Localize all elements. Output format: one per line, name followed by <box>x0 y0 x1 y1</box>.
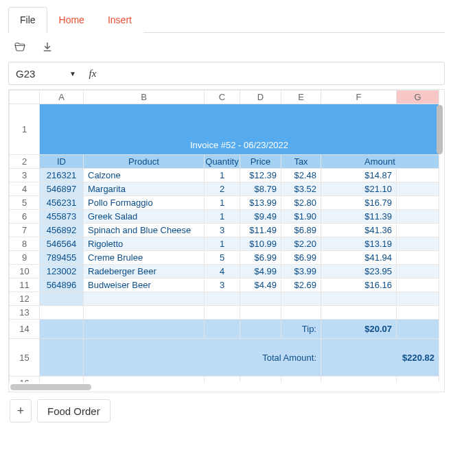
cell-qty[interactable]: 1 <box>205 169 240 182</box>
grid-scroll[interactable]: A B C D E F G 1 Invoice #52 - 06/23/2022… <box>9 90 444 382</box>
row-header-14[interactable]: 14 <box>10 320 40 339</box>
cell-price[interactable]: $8.79 <box>240 182 281 196</box>
cell-id[interactable]: 123002 <box>40 265 84 278</box>
cell-price[interactable]: $10.99 <box>240 237 281 251</box>
cell-id[interactable]: 546564 <box>40 237 84 251</box>
cell-qty[interactable]: 3 <box>205 278 240 292</box>
row-header-13[interactable]: 13 <box>10 306 40 320</box>
cell-empty[interactable] <box>321 292 397 306</box>
cell-amount[interactable]: $41.36 <box>321 224 397 237</box>
cell-id[interactable]: 456231 <box>40 196 84 210</box>
row-header-12[interactable]: 12 <box>10 292 40 306</box>
cell-empty[interactable] <box>397 292 439 306</box>
cell-price[interactable]: $9.49 <box>240 210 281 224</box>
cell-empty[interactable] <box>240 377 281 383</box>
cell-qty[interactable]: 1 <box>205 196 240 210</box>
cell-tax[interactable]: $3.99 <box>281 265 321 278</box>
cell-empty[interactable] <box>281 292 321 306</box>
cell-tax[interactable]: $2.20 <box>281 237 321 251</box>
row-header-10[interactable]: 10 <box>10 265 40 278</box>
cell-amount[interactable]: $14.87 <box>321 169 397 182</box>
cell-tax[interactable]: $6.99 <box>281 251 321 265</box>
hdr-id[interactable]: ID <box>40 155 84 169</box>
row-header-9[interactable]: 9 <box>10 251 40 265</box>
col-header-A[interactable]: A <box>40 91 84 104</box>
row-header-2[interactable]: 2 <box>10 155 40 169</box>
cell-empty[interactable] <box>205 377 240 383</box>
cell-empty[interactable] <box>281 377 321 383</box>
tip-label[interactable]: Tip: <box>281 320 321 339</box>
horizontal-scrollbar[interactable] <box>9 382 444 392</box>
cell-empty[interactable] <box>40 320 84 339</box>
hdr-price[interactable]: Price <box>240 155 281 169</box>
select-all-corner[interactable] <box>10 91 40 104</box>
cell-amount[interactable]: $23.95 <box>321 265 397 278</box>
cell-price[interactable]: $11.49 <box>240 224 281 237</box>
cell-tax[interactable]: $6.89 <box>281 224 321 237</box>
cell-qty[interactable]: 1 <box>205 237 240 251</box>
download-button[interactable] <box>40 40 55 53</box>
cell-empty[interactable] <box>397 196 439 210</box>
cell-empty[interactable] <box>397 377 439 383</box>
vertical-scrollbar-thumb[interactable] <box>437 105 443 154</box>
row-header-4[interactable]: 4 <box>10 182 40 196</box>
row-header-16[interactable]: 16 <box>10 377 40 383</box>
cell-empty[interactable] <box>240 320 281 339</box>
hdr-tax[interactable]: Tax <box>281 155 321 169</box>
cell-id[interactable]: 216321 <box>40 169 84 182</box>
cell-empty[interactable] <box>397 306 439 320</box>
cell-empty[interactable] <box>281 306 321 320</box>
cell-qty[interactable]: 1 <box>205 210 240 224</box>
cell-qty[interactable]: 4 <box>205 265 240 278</box>
cell-empty[interactable] <box>397 237 439 251</box>
cell-empty[interactable] <box>84 292 205 306</box>
cell-tax[interactable]: $3.52 <box>281 182 321 196</box>
cell-tax[interactable]: $2.48 <box>281 169 321 182</box>
cell-empty[interactable] <box>240 306 281 320</box>
col-header-E[interactable]: E <box>281 91 321 104</box>
cell-qty[interactable]: 5 <box>205 251 240 265</box>
cell-product[interactable]: Radeberger Beer <box>84 265 205 278</box>
cell-empty[interactable] <box>397 320 439 339</box>
col-header-D[interactable]: D <box>240 91 281 104</box>
cell-price[interactable]: $4.49 <box>240 278 281 292</box>
cell-id[interactable]: 564896 <box>40 278 84 292</box>
row-header-1[interactable]: 1 <box>10 104 40 155</box>
cell-empty[interactable] <box>397 224 439 237</box>
cell-id[interactable]: 546897 <box>40 182 84 196</box>
cell-price[interactable]: $12.39 <box>240 169 281 182</box>
cell-qty[interactable]: 3 <box>205 224 240 237</box>
cell-empty[interactable] <box>84 377 205 383</box>
hdr-qty[interactable]: Quantity <box>205 155 240 169</box>
cell-amount[interactable]: $16.79 <box>321 196 397 210</box>
col-header-B[interactable]: B <box>84 91 205 104</box>
cell-empty[interactable] <box>240 292 281 306</box>
tab-insert[interactable]: Insert <box>96 7 143 33</box>
cell-product[interactable]: Rigoletto <box>84 237 205 251</box>
add-sheet-button[interactable]: + <box>10 399 32 423</box>
total-value[interactable]: $220.82 <box>321 339 439 377</box>
cell-product[interactable]: Pollo Formaggio <box>84 196 205 210</box>
cell-empty[interactable] <box>40 292 84 306</box>
cell-tax[interactable]: $1.90 <box>281 210 321 224</box>
hdr-product[interactable]: Product <box>84 155 205 169</box>
open-file-button[interactable] <box>12 40 27 53</box>
cell-empty[interactable] <box>40 377 84 383</box>
cell-empty[interactable] <box>205 292 240 306</box>
formula-input[interactable] <box>102 62 444 84</box>
cell-price[interactable]: $4.99 <box>240 265 281 278</box>
cell-empty[interactable] <box>397 265 439 278</box>
cell-empty[interactable] <box>397 182 439 196</box>
cell-empty[interactable] <box>397 169 439 182</box>
cell-product[interactable]: Margarita <box>84 182 205 196</box>
row-header-3[interactable]: 3 <box>10 169 40 182</box>
col-header-F[interactable]: F <box>321 91 397 104</box>
cell-amount[interactable]: $11.39 <box>321 210 397 224</box>
tab-home[interactable]: Home <box>47 7 96 33</box>
row-header-8[interactable]: 8 <box>10 237 40 251</box>
cell-price[interactable]: $13.99 <box>240 196 281 210</box>
col-header-C[interactable]: C <box>205 91 240 104</box>
cell-empty[interactable] <box>321 377 397 383</box>
total-label[interactable]: Total Amount: <box>84 339 321 377</box>
hdr-amount[interactable]: Amount <box>321 155 439 169</box>
